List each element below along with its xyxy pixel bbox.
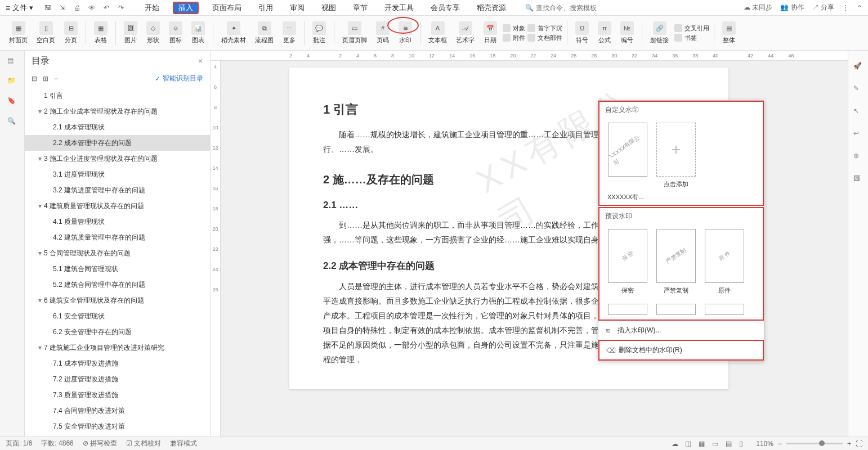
- remove-watermark-action[interactable]: ⌫ 删除文档中的水印(R): [598, 340, 764, 361]
- collapse-all-icon[interactable]: ⊟: [32, 75, 37, 83]
- view-read-icon[interactable]: ▯: [739, 440, 747, 448]
- tab-review[interactable]: 审阅: [287, 2, 308, 14]
- expand-all-icon[interactable]: ⊞: [43, 75, 48, 83]
- tab-insert[interactable]: 插入: [173, 2, 199, 14]
- view-mode-icon[interactable]: ☁: [672, 440, 679, 448]
- more-button[interactable]: ⋯更多: [279, 21, 299, 44]
- pencil-icon[interactable]: ✎: [853, 84, 863, 94]
- compass-icon[interactable]: ⊕: [853, 152, 863, 162]
- tab-resources[interactable]: 稻壳资源: [473, 2, 509, 14]
- caret-icon[interactable]: ⌃: [857, 4, 862, 12]
- proofread-toggle[interactable]: ☑ 文档校对: [126, 439, 161, 448]
- tab-view[interactable]: 视图: [318, 2, 339, 14]
- print-icon[interactable]: 🖨: [73, 3, 82, 12]
- icons-button[interactable]: ☺图标: [165, 21, 186, 44]
- watermark-button[interactable]: ≋水印: [395, 21, 415, 44]
- folder-icon[interactable]: 📁: [7, 76, 17, 87]
- toc-minus-icon[interactable]: −: [54, 75, 58, 83]
- toc-item[interactable]: 2.2 成本管理中存在的问题: [25, 135, 210, 151]
- page-status[interactable]: 页面: 1/6: [6, 439, 32, 448]
- return-icon[interactable]: ↩: [853, 129, 863, 140]
- smart-toc-button[interactable]: ✓ 智能识别目录: [155, 74, 203, 83]
- wordart-button[interactable]: 𝒜艺术字: [453, 21, 478, 44]
- toc-item[interactable]: 8 结论: [25, 434, 210, 436]
- preset-watermark-item[interactable]: 原 件原件: [704, 229, 745, 295]
- numbering-button[interactable]: №编号: [617, 21, 637, 44]
- shapes-button[interactable]: ◇形状: [143, 21, 163, 44]
- crossref-button[interactable]: 交叉引用: [674, 24, 709, 33]
- toc-item[interactable]: 6.1 安全管理现状: [25, 308, 210, 324]
- textbox-button[interactable]: A文本框: [425, 21, 450, 44]
- page-number-button[interactable]: #页码: [373, 21, 393, 44]
- tab-chapter[interactable]: 章节: [350, 2, 371, 14]
- material-button[interactable]: ✦稻壳素材: [218, 21, 249, 44]
- undo-icon[interactable]: ↶: [102, 3, 111, 12]
- outline-icon[interactable]: ▤: [7, 56, 17, 66]
- share-button[interactable]: ↗ 分享: [812, 3, 834, 12]
- toc-item[interactable]: 7.5 安全管理的改进对策: [25, 418, 210, 434]
- insert-watermark-action[interactable]: ≋ 插入水印(W)...: [598, 321, 764, 340]
- custom-watermark-item[interactable]: XXXXX有限公司: [607, 123, 648, 188]
- print-preview-icon[interactable]: 👁: [87, 3, 96, 12]
- header-footer-button[interactable]: ▭页眉页脚: [339, 21, 370, 44]
- toc-item[interactable]: ▾4 建筑质量管理现状及存在的问题: [25, 198, 210, 214]
- symbol-button[interactable]: Ω符号: [572, 21, 592, 44]
- toc-item[interactable]: 7.4 合同管理的改进对策: [25, 403, 210, 418]
- add-watermark-button[interactable]: + 点击添加: [656, 123, 696, 188]
- tab-reference[interactable]: 引用: [255, 2, 276, 14]
- toc-item[interactable]: 3.2 建筑进度管理中存在的问题: [25, 182, 210, 198]
- search-input[interactable]: [536, 4, 603, 12]
- preset-watermark-more[interactable]: [704, 304, 745, 315]
- rocket-icon[interactable]: 🚀: [853, 62, 863, 72]
- redo-icon[interactable]: ↷: [117, 3, 126, 12]
- toc-item[interactable]: ▾3 施工企业进度管理现状及存在的问题: [25, 151, 210, 166]
- toc-item[interactable]: 2.1 成本管理现状: [25, 119, 210, 135]
- toc-item[interactable]: 7.1 成本管理改进措施: [25, 356, 210, 371]
- equation-button[interactable]: π公式: [594, 21, 615, 44]
- overall-button[interactable]: ▤整体: [719, 21, 739, 44]
- toc-item[interactable]: 3.1 进度管理现状: [25, 166, 210, 182]
- tab-layout[interactable]: 页面布局: [209, 2, 245, 14]
- bookmark-icon[interactable]: 🔖: [7, 97, 17, 107]
- toc-item[interactable]: 4.2 建筑质量管理中存在的问题: [25, 230, 210, 245]
- tab-start[interactable]: 开始: [141, 2, 163, 14]
- preset-watermark-more[interactable]: [656, 304, 696, 315]
- command-search[interactable]: 🔍: [525, 4, 603, 12]
- flowchart-button[interactable]: ⧉流程图: [252, 21, 277, 44]
- toc-item[interactable]: ▾7 建筑施工企业项目管理的改进对策研究: [25, 340, 210, 356]
- toc-item[interactable]: ▾5 合同管理现状及存在的问题: [25, 245, 210, 261]
- image-icon[interactable]: 🖼: [853, 174, 863, 184]
- table-button[interactable]: ▦表格: [91, 21, 111, 44]
- close-icon[interactable]: ✕: [198, 57, 203, 65]
- sync-status[interactable]: ☁ 未同步: [744, 3, 772, 12]
- picture-button[interactable]: 🖼图片: [120, 21, 141, 44]
- preset-watermark-more[interactable]: [607, 304, 648, 315]
- export-icon[interactable]: ⇲: [58, 3, 67, 12]
- view-print-icon[interactable]: ▦: [699, 440, 706, 448]
- page-break-button[interactable]: ⊟分页: [61, 21, 81, 44]
- dropcap-button[interactable]: 首字下沉: [527, 24, 562, 33]
- tab-devtools[interactable]: 开发工具: [381, 2, 417, 14]
- view-outline-icon[interactable]: ▤: [726, 440, 733, 448]
- zoom-level[interactable]: 110%: [756, 440, 773, 448]
- toc-item[interactable]: 5.1 建筑合同管理现状: [25, 261, 210, 277]
- word-count[interactable]: 字数: 4866: [41, 439, 73, 448]
- view-mode-icon[interactable]: ◫: [685, 440, 693, 448]
- toc-item[interactable]: ▾2 施工企业成本管理现状及存在的问题: [25, 104, 210, 119]
- search-rail-icon[interactable]: 🔍: [7, 117, 17, 127]
- chart-button[interactable]: 📊图表: [188, 21, 208, 44]
- hyperlink-button[interactable]: 🔗超链接: [647, 21, 672, 44]
- toc-item[interactable]: 7.2 进度管理改进措施: [25, 371, 210, 387]
- zoom-in-icon[interactable]: +: [847, 440, 851, 448]
- cover-page-button[interactable]: ▦封面页: [6, 21, 31, 44]
- toc-item[interactable]: ▾6 建筑安全管理现状及存在的问题: [25, 292, 210, 308]
- date-button[interactable]: 📅日期: [480, 21, 500, 44]
- preset-watermark-item[interactable]: 严禁复制严禁复制: [656, 229, 696, 295]
- file-menu[interactable]: ≡ 文件 ▾: [6, 3, 33, 13]
- spellcheck-toggle[interactable]: ⊘ 拼写检查: [83, 439, 117, 448]
- docparts-button[interactable]: 文档部件: [527, 34, 562, 42]
- comment-button[interactable]: 💬批注: [309, 21, 329, 44]
- blank-page-button[interactable]: ▯空白页: [33, 21, 59, 44]
- preset-watermark-item[interactable]: 保 密保密: [607, 229, 648, 295]
- save-icon[interactable]: 🖫: [43, 3, 52, 12]
